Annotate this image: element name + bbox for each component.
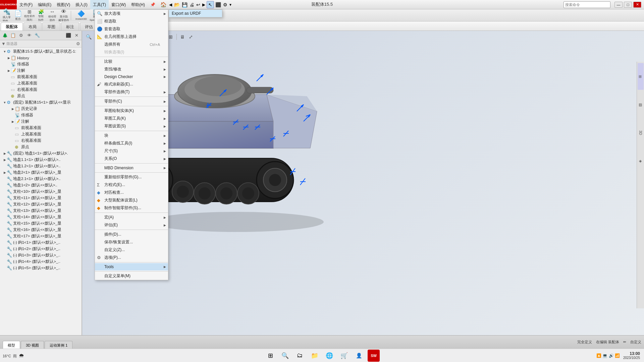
menu-design-checker[interactable]: Design Checker ▶ bbox=[95, 73, 168, 80]
part-select-arrow: ▶ bbox=[164, 90, 166, 94]
eval-arrow: ▶ bbox=[164, 224, 166, 227]
customize-label: 自定义(Z)... bbox=[104, 247, 125, 253]
menu-tools-sub[interactable]: Tools ▶ bbox=[95, 263, 168, 270]
block-label: 块 bbox=[104, 133, 108, 138]
equation-label: 方程式(E)... bbox=[104, 182, 125, 188]
reorg-label: 重新组织零部件(G)... bbox=[104, 174, 142, 180]
menu-part-select[interactable]: 零部件选择(T) ▶ bbox=[95, 88, 168, 96]
zoom-label: 放大选项 bbox=[104, 11, 120, 16]
parts-arrow: ▶ bbox=[164, 100, 166, 103]
sep4 bbox=[95, 131, 168, 131]
parts-label: 零部件(C) bbox=[104, 99, 122, 104]
submenu-export-urdf[interactable]: Export as URDF bbox=[169, 10, 222, 17]
select-all-label: 选择所有 bbox=[104, 42, 120, 47]
macro-label: 宏(A) bbox=[104, 215, 114, 220]
set-label: 套套选取 bbox=[104, 26, 120, 32]
paircheck-icon: ◆ bbox=[97, 190, 100, 195]
menu-sketch-settings[interactable]: 草图设置(S) ▶ bbox=[95, 122, 168, 130]
options-label: 选项(P)... bbox=[104, 255, 121, 260]
tools-submenu: Export as URDF bbox=[169, 9, 222, 17]
sketch-solid-label: 草图绘制实体(K) bbox=[104, 108, 134, 114]
menu-compare[interactable]: 比较 ▶ bbox=[95, 58, 168, 65]
sep9 bbox=[95, 262, 168, 262]
menu-block[interactable]: 块 ▶ bbox=[95, 132, 168, 139]
block-arrow: ▶ bbox=[164, 134, 166, 137]
addon-label: 插件(D)... bbox=[104, 232, 121, 237]
menu-sketch-tools[interactable]: 草图工具(K) ▶ bbox=[95, 115, 168, 122]
menu-mbd[interactable]: MBD Dimension ▶ bbox=[95, 164, 168, 172]
menu-addon[interactable]: 插件(D)... bbox=[95, 231, 168, 238]
menu-large-asm[interactable]: ◆ 大型装配体设置(L) bbox=[95, 196, 168, 204]
sep3 bbox=[95, 106, 168, 106]
sketch-tools-arrow: ▶ bbox=[164, 117, 166, 120]
custom-menu-label: 自定义菜单(M) bbox=[104, 273, 130, 279]
menu-customize[interactable]: 自定义(Z)... bbox=[95, 246, 168, 254]
menu-eval[interactable]: 评估(E) ▶ bbox=[95, 221, 168, 229]
menu-options[interactable]: ⚙ 选项(P)... bbox=[95, 254, 168, 261]
paircheck-label: 对匹检查... bbox=[104, 190, 124, 195]
menu-convert-sel: 转换选项(I) bbox=[95, 48, 168, 56]
menu-equation[interactable]: Σ 方程式(E)... bbox=[95, 181, 168, 189]
box-label: 框选取 bbox=[104, 18, 116, 24]
menu-zoom-select[interactable]: 🔍 放大选项 ▶ bbox=[95, 10, 168, 17]
menu-macro[interactable]: 宏(A) ▶ bbox=[95, 214, 168, 221]
zoom-icon: 🔍 bbox=[97, 11, 102, 16]
sketch-settings-label: 草图设置(S) bbox=[104, 123, 126, 129]
sep7 bbox=[95, 213, 168, 213]
options-icon: ⚙ bbox=[97, 255, 101, 260]
part-select-label: 零部件选择(T) bbox=[104, 89, 129, 95]
geo-icon: 📐 bbox=[97, 34, 102, 39]
menu-relation[interactable]: 关系(O ▶ bbox=[95, 155, 168, 163]
compare-arrow: ▶ bbox=[164, 60, 166, 63]
export-urdf-label: Export as URDF bbox=[172, 11, 201, 16]
compare-label: 比较 bbox=[104, 59, 112, 64]
tools-sub-arrow: ▶ bbox=[164, 265, 166, 268]
menu-spline[interactable]: 样条曲线工具(I) ▶ bbox=[95, 139, 168, 147]
menu-save-restore[interactable]: 保存/恢复设置... bbox=[95, 238, 168, 246]
menu-paircheck[interactable]: ◆ 对匹检查... bbox=[95, 189, 168, 196]
sep8 bbox=[95, 230, 168, 230]
format-icon: 🖌 bbox=[97, 82, 101, 87]
sketch-solid-arrow: ▶ bbox=[164, 109, 166, 113]
relation-label: 关系(O bbox=[104, 156, 117, 162]
design-checker-arrow: ▶ bbox=[164, 75, 166, 78]
large-asm-icon: ◆ bbox=[97, 198, 100, 203]
menu-set-select[interactable]: 🔵 套套选取 bbox=[95, 25, 168, 33]
sketch-settings-arrow: ▶ bbox=[164, 125, 166, 128]
menu-format-paint[interactable]: 🖌 格式涂刷器(E)... bbox=[95, 80, 168, 88]
dim-label: 尺寸(S) bbox=[104, 148, 118, 154]
find-mod-label: 查找/修改 bbox=[104, 66, 121, 72]
menu-reorg[interactable]: 重新组织零部件(G)... bbox=[95, 173, 168, 181]
eval-label: 评估(E) bbox=[104, 222, 118, 228]
menu-geo-select[interactable]: 📐 在几何图形上选择 bbox=[95, 33, 168, 41]
menu-select-all[interactable]: 选择所有 Ctrl+A bbox=[95, 41, 168, 48]
menu-dim[interactable]: 尺寸(S) ▶ bbox=[95, 147, 168, 155]
mbd-arrow: ▶ bbox=[164, 166, 166, 170]
menu-overlay: 🔍 放大选项 ▶ ⬜ 框选取 🔵 套套选取 📐 在几何图形上选择 选择所有 Ct… bbox=[0, 0, 644, 362]
sep10 bbox=[95, 271, 168, 272]
sep5 bbox=[95, 163, 168, 164]
menu-find-mod[interactable]: 查找/修改 ▶ bbox=[95, 65, 168, 73]
set-icon: 🔵 bbox=[97, 26, 102, 32]
sep2 bbox=[95, 97, 168, 97]
find-mod-arrow: ▶ bbox=[164, 68, 166, 71]
equation-icon: Σ bbox=[97, 182, 100, 187]
dim-arrow: ▶ bbox=[164, 149, 166, 153]
large-asm-label: 大型装配体设置(L) bbox=[104, 197, 138, 203]
menu-smart-parts[interactable]: ◆ 制作智能零部件(S)... bbox=[95, 204, 168, 212]
menu-sketch-solid[interactable]: 草图绘制实体(K) ▶ bbox=[95, 107, 168, 115]
menu-custom-menu[interactable]: 自定义菜单(M) bbox=[95, 272, 168, 280]
sep6 bbox=[95, 172, 168, 173]
design-checker-label: Design Checker bbox=[104, 74, 133, 79]
convert-label: 转换选项(I) bbox=[104, 49, 124, 55]
macro-arrow: ▶ bbox=[164, 216, 166, 219]
tools-menu: 🔍 放大选项 ▶ ⬜ 框选取 🔵 套套选取 📐 在几何图形上选择 选择所有 Ct… bbox=[95, 9, 168, 280]
spline-arrow: ▶ bbox=[164, 142, 166, 145]
relation-arrow: ▶ bbox=[164, 157, 166, 161]
mbd-label: MBD Dimension bbox=[104, 166, 133, 170]
spline-label: 样条曲线工具(I) bbox=[104, 140, 132, 146]
menu-parts[interactable]: 零部件(C) ▶ bbox=[95, 98, 168, 105]
menu-box-select[interactable]: ⬜ 框选取 bbox=[95, 17, 168, 25]
sketch-tools-label: 草图工具(K) bbox=[104, 116, 126, 121]
format-label: 格式涂刷器(E)... bbox=[104, 81, 133, 87]
